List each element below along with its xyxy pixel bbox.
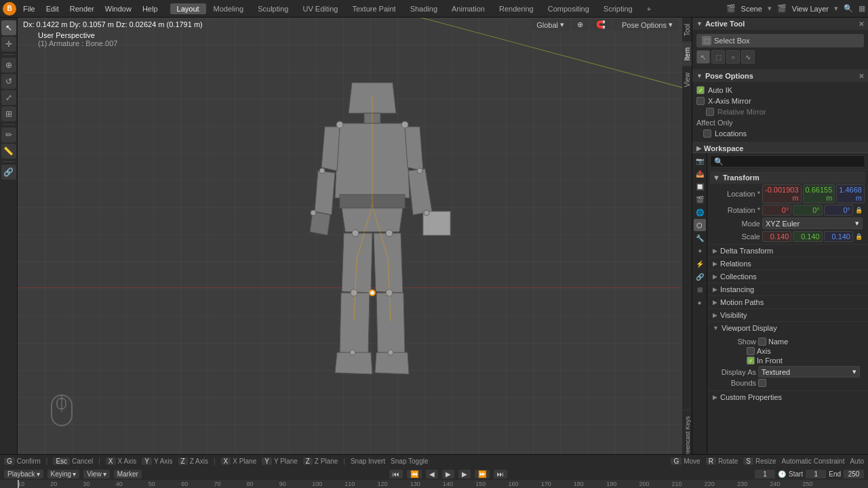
tab-shading[interactable]: Shading bbox=[403, 3, 444, 14]
viewport-global-btn[interactable]: Global ▾ bbox=[531, 19, 570, 30]
rotation-z-value[interactable]: 0° bbox=[824, 205, 853, 216]
prop-icon-constraints[interactable]: 🔗 bbox=[694, 270, 706, 283]
transform-header[interactable]: ▼ Transform bbox=[710, 171, 865, 184]
scale-y-value[interactable]: 0.140 bbox=[793, 231, 822, 242]
prop-icon-output[interactable]: 📤 bbox=[694, 167, 706, 180]
icon-btn-select[interactable]: ↖ bbox=[696, 50, 710, 64]
visibility-header[interactable]: ▶ Visibility bbox=[707, 309, 868, 321]
menu-render[interactable]: Render bbox=[64, 3, 100, 14]
tl-marker-btn[interactable]: Marker bbox=[114, 470, 142, 479]
auto-ik-checkbox[interactable]: ✓ bbox=[696, 86, 705, 94]
tl-next-frame[interactable]: ⏩ bbox=[475, 470, 490, 479]
active-tool-header[interactable]: ▼ Active Tool ✕ bbox=[692, 18, 868, 30]
menu-help[interactable]: Help bbox=[137, 3, 163, 14]
pose-options-btn[interactable]: Pose Options ▾ bbox=[616, 19, 678, 30]
prop-icon-render[interactable]: 📷 bbox=[694, 155, 706, 167]
location-z-value[interactable]: 1.4668 m bbox=[836, 184, 865, 203]
menu-file[interactable]: File bbox=[18, 3, 41, 14]
prop-icon-scene[interactable]: 🎬 bbox=[694, 193, 706, 205]
tool-select[interactable]: ↖ bbox=[1, 20, 16, 35]
tab-plus[interactable]: + bbox=[640, 3, 658, 14]
x-axis-mirror-checkbox[interactable] bbox=[696, 97, 705, 105]
delta-transform-header[interactable]: ▶ Delta Transform bbox=[707, 245, 868, 257]
engine-selector[interactable]: 🎬 bbox=[726, 4, 736, 13]
tl-prev-keyframe[interactable]: ◀ bbox=[426, 470, 438, 479]
locations-checkbox[interactable] bbox=[703, 129, 711, 138]
collections-header[interactable]: ▶ Collections bbox=[707, 270, 868, 283]
viewport-snap-btn[interactable]: 🧲 bbox=[591, 19, 611, 30]
rotation-y-value[interactable]: 0° bbox=[793, 205, 822, 216]
pose-options-header[interactable]: ▼ Pose Options ✕ bbox=[692, 70, 868, 82]
pose-options-collapse[interactable]: ✕ bbox=[859, 73, 864, 80]
viewport-display-header[interactable]: ▼ Viewport Display bbox=[707, 322, 868, 334]
tl-play[interactable]: ▶ bbox=[442, 470, 454, 479]
viewlayer-dropdown[interactable]: ▾ bbox=[834, 4, 838, 13]
name-checkbox[interactable] bbox=[758, 338, 766, 346]
prop-icon-physics[interactable]: ⚡ bbox=[694, 258, 706, 270]
end-frame-field[interactable]: 250 bbox=[844, 470, 864, 479]
tab-rendering[interactable]: Rendering bbox=[492, 3, 540, 14]
viewport-xyz-btn[interactable]: ⊕ bbox=[572, 19, 589, 30]
start-frame-field[interactable]: 1 bbox=[806, 470, 826, 479]
tab-scripting[interactable]: Scripting bbox=[597, 3, 639, 14]
tab-texture-paint[interactable]: Texture Paint bbox=[345, 3, 402, 14]
bounds-checkbox[interactable] bbox=[758, 379, 766, 387]
tool-cursor[interactable]: ✛ bbox=[1, 37, 16, 52]
prop-icon-material[interactable]: ● bbox=[694, 296, 706, 308]
mode-dropdown[interactable]: XYZ Euler ▾ bbox=[762, 218, 863, 229]
prop-icon-object[interactable]: ⬡ bbox=[694, 219, 706, 231]
motion-paths-header[interactable]: ▶ Motion Paths bbox=[707, 296, 868, 308]
current-frame-field[interactable]: 1 bbox=[755, 470, 775, 479]
tool-annotate[interactable]: ✏ bbox=[1, 127, 16, 142]
menu-edit[interactable]: Edit bbox=[41, 3, 64, 14]
tool-scale[interactable]: ⤢ bbox=[1, 90, 16, 105]
tab-uv-editing[interactable]: UV Editing bbox=[296, 3, 344, 14]
blender-logo-icon[interactable]: B bbox=[3, 2, 16, 16]
custom-properties-header[interactable]: ▶ Custom Properties bbox=[707, 391, 868, 403]
tool-rotate[interactable]: ↺ bbox=[1, 74, 16, 89]
tab-animation[interactable]: Animation bbox=[445, 3, 492, 14]
active-tool-collapse[interactable]: ✕ bbox=[859, 20, 864, 28]
prop-icon-data[interactable]: ⊞ bbox=[694, 283, 706, 296]
select-box-btn[interactable]: ⬚ Select Box bbox=[696, 34, 864, 47]
search-icon[interactable]: 🔍 bbox=[844, 4, 853, 13]
properties-search-input[interactable] bbox=[710, 155, 865, 167]
viewport-tab-tool[interactable]: Tool bbox=[682, 18, 692, 41]
prop-icon-particles[interactable]: ✦ bbox=[694, 245, 706, 257]
scale-lock[interactable]: 🔒 bbox=[855, 233, 863, 240]
tl-jump-end[interactable]: ⏭ bbox=[494, 470, 507, 479]
icon-btn-circle[interactable]: ○ bbox=[726, 50, 740, 64]
tl-view-btn[interactable]: View ▾ bbox=[83, 470, 110, 479]
viewport-tab-view[interactable]: View bbox=[682, 66, 692, 93]
rotation-x-value[interactable]: 0° bbox=[762, 205, 791, 216]
location-y-value[interactable]: 0.66155 m bbox=[803, 184, 835, 203]
tab-modeling[interactable]: Modeling bbox=[207, 3, 251, 14]
tool-move[interactable]: ⊕ bbox=[1, 58, 16, 73]
prop-icon-world[interactable]: 🌐 bbox=[694, 206, 706, 218]
axis-checkbox[interactable] bbox=[747, 347, 755, 355]
in-front-checkbox[interactable]: ✓ bbox=[747, 357, 755, 365]
instancing-header[interactable]: ▶ Instancing bbox=[707, 283, 868, 296]
tool-measure[interactable]: 📏 bbox=[1, 144, 16, 159]
tl-prev-frame[interactable]: ⏪ bbox=[407, 470, 422, 479]
scale-x-value[interactable]: 0.140 bbox=[762, 231, 791, 242]
filter-icon[interactable]: ▦ bbox=[859, 4, 865, 13]
tool-relation[interactable]: 🔗 bbox=[1, 165, 16, 180]
menu-window[interactable]: Window bbox=[100, 3, 137, 14]
relative-mirror-checkbox[interactable] bbox=[706, 108, 714, 116]
tl-playback-btn[interactable]: Playback ▾ bbox=[4, 470, 43, 479]
relations-header[interactable]: ▶ Relations bbox=[707, 258, 868, 270]
icon-btn-box[interactable]: ⬚ bbox=[711, 50, 725, 64]
tl-jump-start[interactable]: ⏮ bbox=[389, 470, 403, 479]
display-as-dropdown[interactable]: Textured ▾ bbox=[758, 366, 860, 378]
tool-transform[interactable]: ⊞ bbox=[1, 106, 16, 121]
scale-z-value[interactable]: 0.140 bbox=[824, 231, 853, 242]
location-x-value[interactable]: -0.001903 m bbox=[762, 184, 802, 203]
timeline-ruler[interactable]: 10 20 30 40 50 60 70 80 90 100 110 120 1… bbox=[0, 480, 868, 488]
icon-btn-lasso[interactable]: ∿ bbox=[741, 50, 755, 64]
tl-next-keyframe[interactable]: ▶ bbox=[458, 470, 471, 479]
tab-compositing[interactable]: Compositing bbox=[541, 3, 596, 14]
tab-sculpting[interactable]: Sculpting bbox=[251, 3, 295, 14]
prop-icon-view-layer[interactable]: 🔲 bbox=[694, 180, 706, 192]
rotation-lock[interactable]: 🔒 bbox=[855, 207, 863, 214]
